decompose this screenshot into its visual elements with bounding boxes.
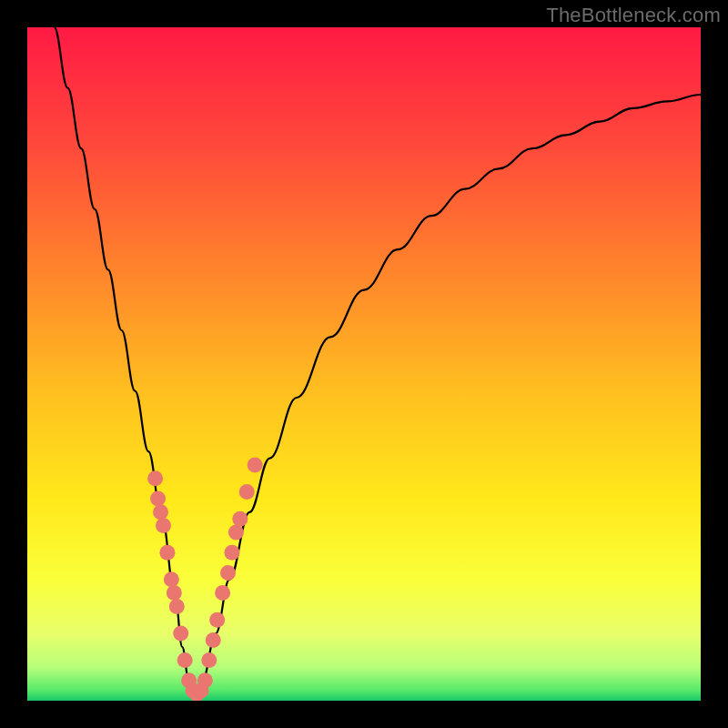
data-marker (169, 599, 185, 614)
bottleneck-chart (27, 27, 701, 701)
data-marker (232, 511, 248, 527)
data-marker (206, 632, 221, 648)
data-marker (173, 626, 188, 642)
data-marker (220, 565, 236, 581)
data-marker (224, 545, 239, 561)
data-marker (153, 504, 168, 520)
data-marker (167, 585, 182, 601)
data-marker (248, 458, 263, 473)
chart-frame (27, 27, 701, 701)
data-marker (164, 571, 179, 587)
data-marker (201, 652, 217, 668)
data-marker (156, 518, 171, 533)
data-marker (159, 545, 175, 561)
data-marker (147, 470, 163, 486)
data-marker (209, 612, 225, 628)
watermark-text: TheBottleneck.com (546, 4, 721, 27)
data-marker (150, 491, 166, 507)
data-marker (228, 525, 244, 541)
data-marker (215, 585, 230, 601)
data-marker (197, 672, 213, 688)
data-marker (239, 484, 255, 500)
data-marker (177, 652, 193, 668)
